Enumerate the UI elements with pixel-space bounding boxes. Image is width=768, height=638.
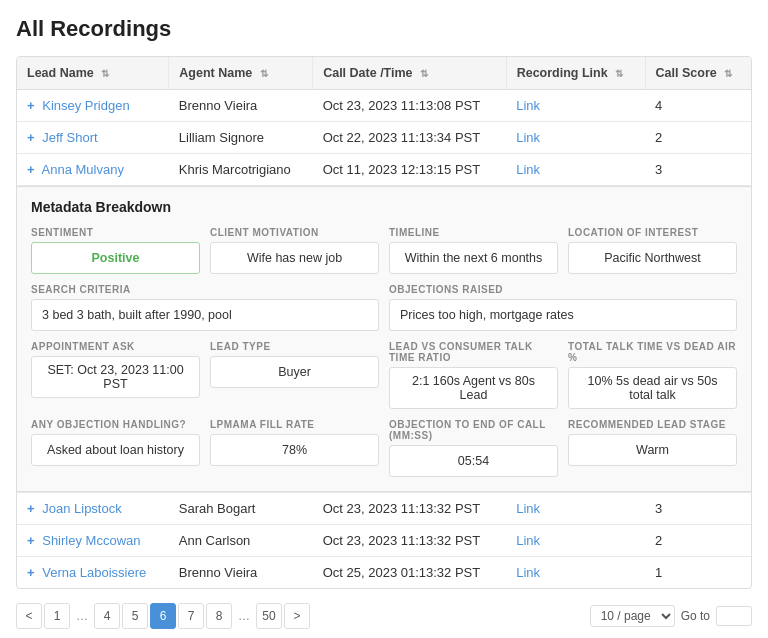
objection-handling-cell: ANY OBJECTION HANDLING? Asked about loan… [31,419,200,477]
total-talk-cell: TOTAL TALK TIME VS DEAD AIR % 10% 5s dea… [568,341,737,409]
agent-name-cell: Lilliam Signore [169,122,313,154]
prev-page-button[interactable]: < [16,603,42,629]
call-score-cell: 2 [645,525,751,557]
lead-name: Kinsey Pridgen [42,98,129,113]
page-5-button[interactable]: 5 [122,603,148,629]
recording-link-cell[interactable]: Link [506,493,645,525]
recording-link-cell[interactable]: Link [506,122,645,154]
metadata-row-4: ANY OBJECTION HANDLING? Asked about loan… [31,419,737,477]
table-header-row: Lead Name ⇅ Agent Name ⇅ Call Date /Time… [17,57,751,90]
go-to-label: Go to [681,609,710,623]
metadata-row-2: SEARCH CRITERIA 3 bed 3 bath, built afte… [31,284,737,331]
expand-icon[interactable]: + [27,501,35,516]
client-motivation-cell: CLIENT MOTIVATION Wife has new job [210,227,379,274]
lead-name-cell[interactable]: + Joan Lipstock [17,493,169,525]
objection-end-cell: OBJECTION TO END OF CALL (MM:SS) 05:54 [389,419,558,477]
lead-name: Anna Mulvany [42,162,124,177]
lead-name-cell[interactable]: + Jeff Short [17,122,169,154]
total-talk-label: TOTAL TALK TIME VS DEAD AIR % [568,341,737,363]
page-7-button[interactable]: 7 [178,603,204,629]
pagination-controls: < 1 … 4 5 6 7 8 … 50 > [16,603,310,629]
call-score-cell: 1 [645,557,751,589]
lead-name-cell[interactable]: + Kinsey Pridgen [17,90,169,122]
recordings-table-container: Lead Name ⇅ Agent Name ⇅ Call Date /Time… [16,56,752,589]
call-score-cell: 2 [645,122,751,154]
page-dots-right: … [234,609,254,623]
objection-handling-label: ANY OBJECTION HANDLING? [31,419,200,430]
table-row: + Kinsey Pridgen Brenno Vieira Oct 23, 2… [17,90,751,122]
search-criteria-label: SEARCH CRITERIA [31,284,379,295]
go-to-input[interactable] [716,606,752,626]
timeline-cell: TIMELINE Within the next 6 months [389,227,558,274]
lead-name: Joan Lipstock [42,501,122,516]
appointment-label: APPOINTMENT ASK [31,341,200,352]
page-1-button[interactable]: 1 [44,603,70,629]
next-page-button[interactable]: > [284,603,310,629]
lead-name: Verna Laboissiere [42,565,146,580]
col-header-recording-link[interactable]: Recording Link ⇅ [506,57,645,90]
metadata-title: Metadata Breakdown [31,199,737,215]
page-8-button[interactable]: 8 [206,603,232,629]
fill-rate-cell: LPMAMA FILL RATE 78% [210,419,379,477]
sort-icon-lead-name: ⇅ [101,68,109,79]
recording-link-cell[interactable]: Link [506,557,645,589]
metadata-row-3: APPOINTMENT ASK SET: Oct 23, 2023 11:00 … [31,341,737,409]
appointment-value: SET: Oct 23, 2023 11:00 PST [31,356,200,398]
call-score-cell: 3 [645,154,751,186]
agent-name-cell: Sarah Bogart [169,493,313,525]
location-cell: LOCATION OF INTEREST Pacific Northwest [568,227,737,274]
table-row: + Anna Mulvany Khris Marcotrigiano Oct 1… [17,154,751,186]
lead-type-cell: LEAD TYPE Buyer [210,341,379,409]
call-score-cell: 4 [645,90,751,122]
sort-icon-call-score: ⇅ [724,68,732,79]
call-datetime-cell: Oct 23, 2023 11:13:32 PST [313,525,507,557]
expand-icon[interactable]: + [27,565,35,580]
expand-icon[interactable]: + [27,162,35,177]
col-header-call-datetime[interactable]: Call Date /Time ⇅ [313,57,507,90]
col-header-lead-name[interactable]: Lead Name ⇅ [17,57,169,90]
pagination-row: < 1 … 4 5 6 7 8 … 50 > 10 / page Go to [16,599,752,633]
expand-icon[interactable]: + [27,98,35,113]
recording-link-cell[interactable]: Link [506,525,645,557]
lead-stage-cell: RECOMMENDED LEAD STAGE Warm [568,419,737,477]
call-datetime-cell: Oct 23, 2023 11:13:32 PST [313,493,507,525]
lead-name-cell[interactable]: + Verna Laboissiere [17,557,169,589]
expand-icon[interactable]: + [27,533,35,548]
expand-icon[interactable]: + [27,130,35,145]
objection-handling-value: Asked about loan history [31,434,200,466]
lead-name-cell[interactable]: + Anna Mulvany [17,154,169,186]
agent-name-cell: Brenno Vieira [169,557,313,589]
page-4-button[interactable]: 4 [94,603,120,629]
call-datetime-cell: Oct 25, 2023 01:13:32 PST [313,557,507,589]
search-criteria-cell: SEARCH CRITERIA 3 bed 3 bath, built afte… [31,284,379,331]
page-50-button[interactable]: 50 [256,603,282,629]
metadata-section: Metadata Breakdown SENTIMENT Positive CL… [17,186,751,492]
recording-link-cell[interactable]: Link [506,90,645,122]
call-score-cell: 3 [645,493,751,525]
sort-icon-call-datetime: ⇅ [420,68,428,79]
page-6-button[interactable]: 6 [150,603,176,629]
pagination-right: 10 / page Go to [590,605,752,627]
table-row: + Jeff Short Lilliam Signore Oct 22, 202… [17,122,751,154]
fill-rate-value: 78% [210,434,379,466]
per-page-select[interactable]: 10 / page [590,605,675,627]
col-header-call-score[interactable]: Call Score ⇅ [645,57,751,90]
lead-name: Jeff Short [42,130,97,145]
sentiment-value: Positive [31,242,200,274]
agent-name-cell: Ann Carlson [169,525,313,557]
appointment-cell: APPOINTMENT ASK SET: Oct 23, 2023 11:00 … [31,341,200,409]
location-value: Pacific Northwest [568,242,737,274]
lead-type-label: LEAD TYPE [210,341,379,352]
lead-name: Shirley Mccowan [42,533,140,548]
objections-value: Prices too high, mortgage rates [389,299,737,331]
page-title: All Recordings [16,16,752,42]
col-header-agent-name[interactable]: Agent Name ⇅ [169,57,313,90]
location-label: LOCATION OF INTEREST [568,227,737,238]
metadata-cell-container: Metadata Breakdown SENTIMENT Positive CL… [17,186,751,493]
lead-name-cell[interactable]: + Shirley Mccowan [17,525,169,557]
agent-name-cell: Brenno Vieira [169,90,313,122]
recording-link-cell[interactable]: Link [506,154,645,186]
timeline-label: TIMELINE [389,227,558,238]
talk-ratio-value: 2:1 160s Agent vs 80s Lead [389,367,558,409]
agent-name-cell: Khris Marcotrigiano [169,154,313,186]
